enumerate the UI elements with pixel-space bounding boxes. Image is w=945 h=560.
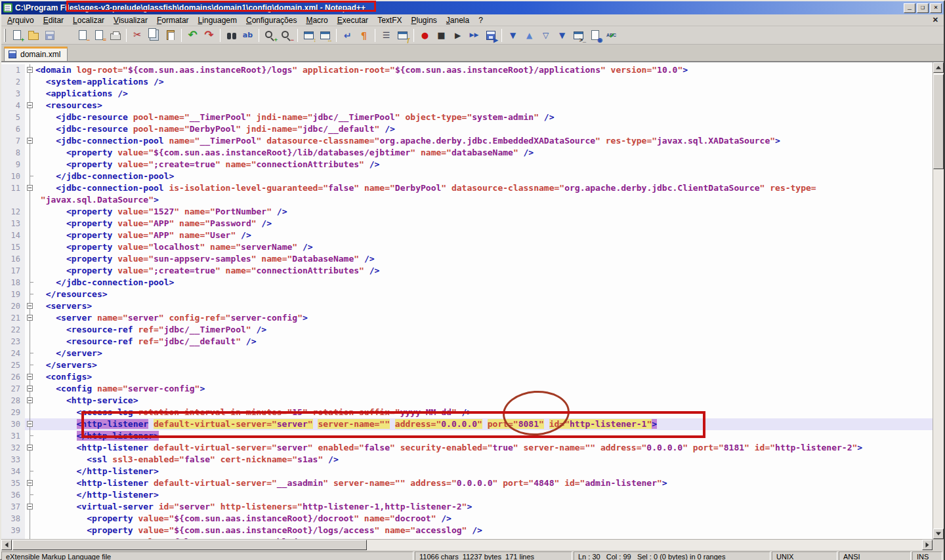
code-text[interactable]: </http-listener>	[35, 489, 933, 501]
menu-item-editar[interactable]: Editar	[39, 15, 68, 26]
code-text[interactable]: <resource-ref ref="jdbc/__default" />	[35, 336, 933, 348]
code-text[interactable]: </http-listener>	[35, 466, 933, 477]
code-line-17[interactable]: 17<property value=";create=true" name="c…	[1, 265, 933, 277]
fold-collapse-icon[interactable]	[27, 504, 33, 510]
code-line-33[interactable]: 33<ssl ssl3-enabled="false" cert-nicknam…	[1, 454, 933, 466]
menu-item-localizar[interactable]: Localizar	[68, 15, 109, 26]
code-text[interactable]: <property value="${com.sun.aas.instanceR…	[35, 525, 933, 536]
code-text[interactable]: </server>	[35, 348, 933, 359]
code-line-39[interactable]: 39<property value="${com.sun.aas.instanc…	[1, 525, 933, 536]
fold-margin[interactable]	[25, 135, 35, 147]
code-line-21[interactable]: 21<server name="server" config-ref="serv…	[1, 312, 933, 324]
macro-record-icon[interactable]: ●	[417, 28, 432, 43]
code-text[interactable]: <server name="server" config-ref="server…	[35, 312, 933, 324]
code-text[interactable]: <system-applications />	[35, 76, 933, 88]
code-text[interactable]: </jdbc-connection-pool>	[35, 170, 933, 182]
function-list-icon[interactable]: ƒ	[395, 28, 410, 43]
code-line-36[interactable]: 36</http-listener>	[1, 489, 933, 501]
fold-collapse-icon[interactable]	[27, 374, 33, 380]
code-line-23[interactable]: 23<resource-ref ref="jdbc/__default" />	[1, 336, 933, 348]
fold-collapse-icon[interactable]	[27, 102, 33, 108]
fold-collapse-icon[interactable]	[27, 480, 33, 486]
save-all-icon[interactable]	[58, 28, 74, 43]
horizontal-scroll-thumb[interactable]	[12, 540, 367, 550]
code-line-26[interactable]: 26<configs>	[1, 371, 933, 383]
restore-button[interactable]: ❏	[917, 3, 929, 13]
code-line-7[interactable]: 7<jdbc-connection-pool name="__TimerPool…	[1, 135, 933, 147]
code-text[interactable]: </servers>	[35, 359, 933, 371]
code-line-34[interactable]: 34</http-listener>	[1, 466, 933, 477]
menu-item-textfx[interactable]: TextFX	[373, 15, 406, 26]
code-text[interactable]: <servers>	[35, 300, 933, 312]
console-icon[interactable]: >_	[571, 28, 586, 43]
menu-item-janela[interactable]: Janela	[442, 15, 474, 26]
print-icon[interactable]	[108, 28, 123, 43]
textfx-3-icon[interactable]: ▽	[538, 28, 553, 43]
code-line-30[interactable]: 30<http-listener default-virtual-server=…	[1, 418, 933, 430]
code-text[interactable]: <property value=";create=true" name="con…	[35, 265, 933, 277]
code-text[interactable]: <ssl ssl3-enabled="false" cert-nickname=…	[35, 454, 933, 466]
show-all-characters-icon[interactable]: ¶	[356, 28, 371, 43]
code-line-35[interactable]: 35<http-listener default-virtual-server=…	[1, 477, 933, 489]
code-line-22[interactable]: 22<resource-ref ref="jdbc/__TimerPool" /…	[1, 324, 933, 336]
copy-icon[interactable]	[146, 28, 161, 43]
fold-margin[interactable]	[25, 312, 35, 324]
fold-margin[interactable]	[25, 501, 35, 513]
vertical-scroll-thumb[interactable]	[933, 74, 944, 169]
code-text[interactable]: <jdbc-resource pool-name="DerbyPool" jnd…	[35, 123, 933, 135]
minimize-button[interactable]: _	[904, 3, 915, 13]
textfx-1-icon[interactable]: ▼	[505, 28, 520, 43]
code-text[interactable]: <http-service>	[35, 395, 933, 407]
code-line-27[interactable]: 27<config name="server-config">	[1, 383, 933, 395]
paste-icon[interactable]	[163, 28, 178, 43]
code-text[interactable]: <http-listener default-virtual-server="s…	[35, 442, 933, 454]
close-file-icon[interactable]: −	[75, 28, 90, 43]
find-icon[interactable]	[224, 28, 239, 43]
fold-margin[interactable]	[25, 300, 35, 312]
code-text[interactable]: <configs>	[35, 371, 933, 383]
code-text[interactable]: <jdbc-connection-pool is-isolation-level…	[35, 182, 933, 194]
textfx-4-icon[interactable]: ▼	[555, 28, 570, 43]
menu-item-plugins[interactable]: Plugins	[406, 15, 441, 26]
sync-vertical-scroll-icon[interactable]: ↕	[301, 28, 316, 43]
scroll-left-icon[interactable]	[1, 540, 12, 550]
cut-icon[interactable]: ✂	[130, 28, 145, 43]
code-line-8[interactable]: 8<property value="${com.sun.aas.instance…	[1, 147, 933, 159]
code-text[interactable]: <resource-ref ref="jdbc/__TimerPool" />	[35, 324, 933, 336]
fold-collapse-icon[interactable]	[27, 386, 33, 391]
sync-horizontal-scroll-icon[interactable]: ↔	[318, 28, 333, 43]
code-line-9[interactable]: 9<property value=";create=true" name="co…	[1, 159, 933, 170]
menu-item-executar[interactable]: Executar	[333, 15, 373, 26]
code-text[interactable]: <property value="1527" name="PortNumber"…	[35, 206, 933, 218]
menu-item-visualizar[interactable]: Visualizar	[109, 15, 152, 26]
code-text[interactable]: <property value="${com.sun.aas.instanceR…	[35, 147, 933, 159]
code-line-37[interactable]: 37<virtual-server id="server" http-liste…	[1, 501, 933, 513]
fold-margin[interactable]	[25, 477, 35, 489]
code-line-40[interactable]: 40<property value="false" name="sso-enab…	[1, 536, 933, 539]
fold-collapse-icon[interactable]	[27, 315, 33, 321]
horizontal-scroll-track[interactable]	[367, 540, 922, 550]
textfx-2-icon[interactable]: ▲	[522, 28, 537, 43]
open-file-icon[interactable]	[26, 28, 41, 43]
code-line-1[interactable]: 1<domain log-root="${com.sun.aas.instanc…	[1, 64, 933, 76]
code-line-32[interactable]: 32<http-listener default-virtual-server=…	[1, 442, 933, 454]
code-text[interactable]: <property value="APP" name="Password" />	[35, 218, 933, 230]
fold-margin[interactable]	[25, 383, 35, 395]
code-text[interactable]: <access-log rotation-interval-in-minutes…	[35, 407, 933, 418]
vertical-scrollbar[interactable]	[933, 62, 944, 539]
code-line-2[interactable]: 2<system-applications />	[1, 76, 933, 88]
code-line-5[interactable]: 5<jdbc-resource pool-name="__TimerPool" …	[1, 111, 933, 123]
zoom-out-icon[interactable]: −	[279, 28, 294, 43]
menu-item--[interactable]: ?	[474, 15, 488, 26]
vertical-scroll-track[interactable]	[933, 169, 944, 529]
fold-collapse-icon[interactable]	[27, 138, 33, 144]
code-line-25[interactable]: 25</servers>	[1, 359, 933, 371]
macro-run-multiple-icon[interactable]: ▶▶	[467, 28, 482, 43]
fold-margin[interactable]	[25, 64, 35, 76]
code-text[interactable]: <property value="localhost" name="server…	[35, 241, 933, 253]
fold-margin[interactable]	[25, 442, 35, 454]
indent-guide-icon[interactable]: ☰	[379, 28, 394, 43]
fold-margin[interactable]	[25, 371, 35, 383]
code-line-24[interactable]: 24</server>	[1, 348, 933, 359]
code-line-18[interactable]: 18</jdbc-connection-pool>	[1, 277, 933, 289]
